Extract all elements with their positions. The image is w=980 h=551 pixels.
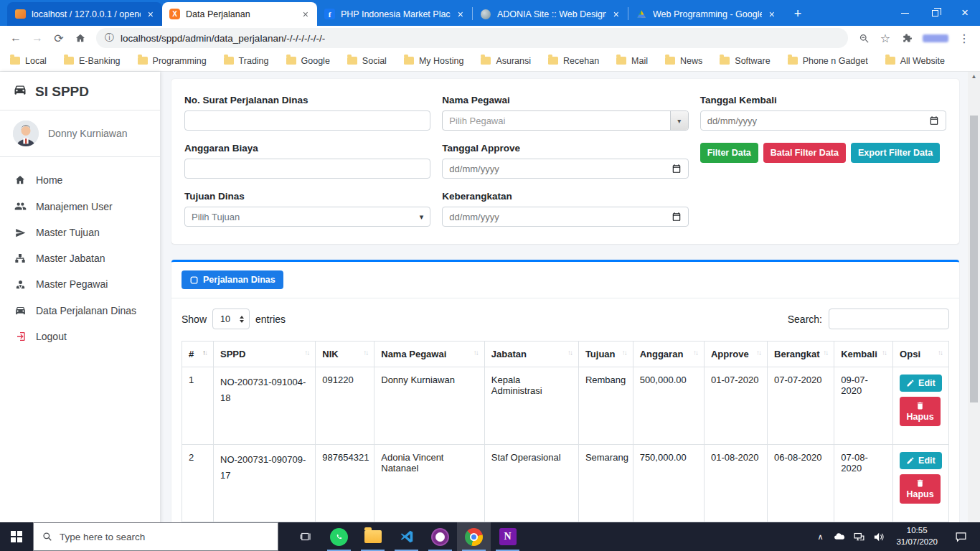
onedrive-cloud-icon[interactable] [832,530,847,543]
scrollbar-thumb[interactable] [970,116,978,402]
scrollbar-track[interactable] [968,81,980,542]
start-button[interactable] [0,522,33,551]
calendar-icon[interactable] [672,212,682,222]
tujuan-dinas-select[interactable]: Pilih Tujuan ▾ [184,207,430,227]
profile-badge-blurred[interactable] [923,34,948,42]
page-scrollbar[interactable]: ▲ ▼ [968,72,980,551]
back-icon[interactable]: ← [6,28,26,48]
bookmark-folder[interactable]: Asuransi [481,56,531,66]
tab-close-icon[interactable]: × [146,9,155,19]
tab-data-perjalanan[interactable]: X Data Perjalanan × [162,2,317,26]
vscode-taskbar-icon[interactable] [390,522,423,551]
nama-pegawai-select[interactable]: Pilih Pegawai ▾ [442,110,688,131]
new-tab-button[interactable]: + [788,4,808,24]
tab-close-icon[interactable]: × [456,9,465,19]
filter-data-button[interactable]: Filter Data [700,143,758,163]
hapus-button[interactable]: Hapus [900,474,941,504]
onenote-taskbar-icon[interactable]: N [491,522,524,551]
tray-chevron-up-icon[interactable]: ∧ [813,532,827,542]
tab-close-icon[interactable]: × [612,9,621,19]
refresh-icon[interactable]: ⟳ [49,28,69,48]
sidebar-item-logout[interactable]: Logout [0,324,160,349]
taskbar-search[interactable]: Type here to search [33,522,278,551]
bookmark-star-icon[interactable]: ☆ [875,28,895,48]
page-info-icon[interactable]: ⓘ [105,32,114,44]
app-brand[interactable]: SI SPPD [0,72,160,110]
chevron-down-icon[interactable]: ▾ [670,111,688,130]
no-surat-input[interactable] [184,110,430,131]
window-close-button[interactable]: × [950,0,980,26]
action-center-icon[interactable] [948,531,973,543]
scroll-up-icon[interactable]: ▲ [971,73,977,80]
tab-close-icon[interactable]: × [768,9,776,19]
column-header-kembali[interactable]: Kembali↑↓ [834,342,893,367]
bookmark-folder[interactable]: My Hosting [404,56,464,66]
tanggal-kembali-input[interactable]: dd/mm/yyyy [700,110,946,131]
tab-localhost-opencart[interactable]: localhost / 127.0.0.1 / opencar × [7,2,162,26]
home-icon[interactable] [70,28,90,48]
taskbar-apps: N [288,522,524,551]
keberangkatan-input[interactable]: dd/mm/yyyy [442,207,688,227]
whatsapp-taskbar-icon[interactable] [322,522,356,551]
sidebar-item-home[interactable]: Home [0,167,160,193]
calendar-icon[interactable] [672,164,682,174]
bookmark-folder[interactable]: Programming [138,56,207,66]
bookmark-folder[interactable]: E-Banking [64,56,121,66]
bookmark-folder[interactable]: Social [347,56,387,66]
column-header-tujuan[interactable]: Tujuan↑↓ [578,342,633,367]
column-header-no[interactable]: #↑↓ [182,342,214,367]
tab-adonia-site[interactable]: ADONIA Site :: Web Design × [473,2,628,26]
tab-web-programming[interactable]: Web Programming - Google D × [628,2,783,26]
bookmark-folder[interactable]: Local [10,56,47,66]
edit-button[interactable]: Edit [900,375,942,392]
perjalanan-dinas-button[interactable]: Perjalanan Dinas [182,270,283,289]
column-header-opsi[interactable]: Opsi↑↓ [893,342,949,367]
export-filter-button[interactable]: Export Filter Data [851,143,940,163]
sidebar-item-master-jabatan[interactable]: Master Jabatan [0,245,160,271]
bookmark-folder[interactable]: Recehan [548,56,599,66]
bookmark-folder[interactable]: All Website [885,56,945,66]
column-header-approve[interactable]: Approve↑↓ [704,342,767,367]
window-restore-button[interactable] [920,0,950,26]
tab-close-icon[interactable]: × [301,9,310,19]
zoom-icon[interactable] [854,28,874,48]
sidebar-item-master-pegawai[interactable]: Master Pegawai [0,271,160,297]
bookmark-folder[interactable]: Mail [616,56,648,66]
page-length-select[interactable]: 10 [212,309,250,329]
url-bar[interactable]: ⓘ localhost/sppd/admin/data_perjalanan/-… [96,28,848,48]
column-header-jabatan[interactable]: Jabatan↑↓ [484,342,578,367]
column-header-berangkat[interactable]: Berangkat↑↓ [768,342,834,367]
network-icon[interactable] [852,531,866,543]
anggaran-biaya-input[interactable] [184,159,430,179]
browser-menu-icon[interactable]: ⋮ [954,28,974,48]
calendar-icon[interactable] [929,116,939,126]
task-view-button[interactable] [288,522,322,551]
sidebar-item-manajemen-user[interactable]: Manajemen User [0,193,160,220]
sidebar-item-master-tujuan[interactable]: Master Tujuan [0,220,160,245]
table-search-input[interactable] [829,309,949,329]
bookmark-folder[interactable]: Trading [224,56,269,66]
purple-app-taskbar-icon[interactable] [423,522,457,551]
edit-button[interactable]: Edit [900,452,942,469]
bookmark-folder[interactable]: News [665,56,702,66]
batal-filter-button[interactable]: Batal Filter Data [763,143,846,163]
bookmark-folder[interactable]: Software [720,56,770,66]
window-minimize-button[interactable] [890,0,920,26]
extensions-puzzle-icon[interactable] [897,28,917,48]
taskbar-clock[interactable]: 10:55 31/07/2020 [890,525,943,547]
column-header-nik[interactable]: NIK↑↓ [316,342,374,367]
column-header-nama-pegawai[interactable]: Nama Pegawai↑↓ [374,342,485,367]
sidebar-item-data-perjalanan-dinas[interactable]: Data Perjalanan Dinas [0,297,160,324]
chrome-taskbar-icon[interactable] [457,522,491,551]
volume-icon[interactable] [871,531,885,543]
column-header-anggaran[interactable]: Anggaran↑↓ [633,342,704,367]
column-header-sppd[interactable]: SPPD↑↓ [214,342,316,367]
bookmark-folder[interactable]: Phone n Gadget [788,56,868,66]
user-panel[interactable]: Donny Kurniawan [0,110,160,157]
tanggal-approve-input[interactable]: dd/mm/yyyy [442,159,688,179]
forward-icon[interactable]: → [27,28,47,48]
tab-php-indonesia[interactable]: f PHP Indonesia Market Place × [317,2,472,26]
hapus-button[interactable]: Hapus [900,397,941,426]
file-explorer-taskbar-icon[interactable] [356,522,390,551]
bookmark-folder[interactable]: Google [286,56,330,66]
